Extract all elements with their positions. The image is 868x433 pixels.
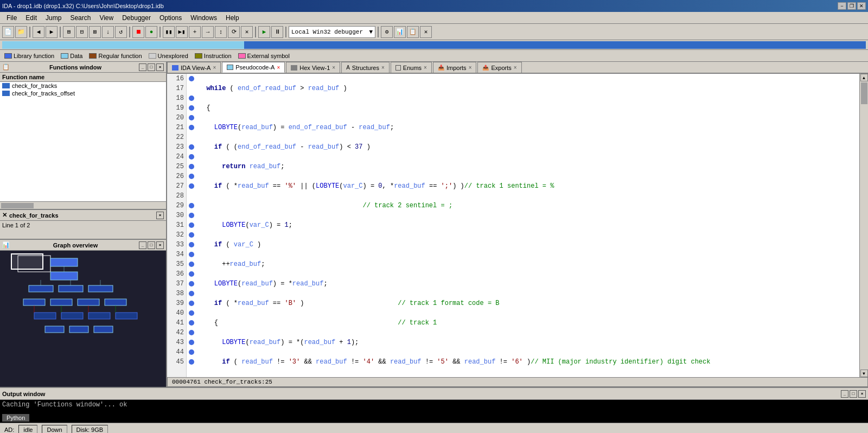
- xref-close-button[interactable]: ×: [156, 212, 164, 219]
- title-bar: IDA - drop1.idb (drop1.x32) C:\Users\Joh…: [0, 0, 868, 12]
- scrollbar-thumb[interactable]: [861, 82, 867, 104]
- tab-ida-close[interactable]: ×: [213, 65, 216, 71]
- tb-play-button[interactable]: ▶: [258, 26, 270, 38]
- tb-btn8[interactable]: ▮▮: [163, 26, 175, 38]
- tb-btn18[interactable]: ✕: [420, 26, 432, 38]
- tab-pseudo-close[interactable]: ×: [277, 65, 280, 71]
- graph-viewport[interactable]: [11, 253, 43, 270]
- legend-instruction-color: [195, 53, 202, 59]
- h-scrollbar-thumb[interactable]: [1, 203, 34, 208]
- menu-jump[interactable]: Jump: [41, 13, 66, 23]
- graph-overview: 📊 Graph overview _ □ ×: [0, 240, 166, 387]
- functions-window-float[interactable]: □: [148, 63, 155, 71]
- line-numbers: 1617181920 2122232425 2627282930 3132333…: [167, 74, 187, 377]
- tab-exports[interactable]: 📤 Exports ×: [477, 62, 521, 73]
- tab-hex-view-1[interactable]: Hex View-1 ×: [286, 62, 340, 73]
- tb-btn6[interactable]: ↓: [102, 26, 114, 38]
- tab-imports-close[interactable]: ×: [469, 65, 472, 71]
- menu-help[interactable]: Help: [221, 13, 244, 23]
- tb-btn11[interactable]: →: [202, 26, 214, 38]
- output-minimize[interactable]: _: [841, 390, 848, 398]
- tab-structures[interactable]: A Structures ×: [341, 62, 390, 73]
- minimize-button[interactable]: −: [838, 2, 846, 10]
- legend-instruction-label: Instruction: [204, 53, 232, 59]
- tb-btn14[interactable]: ✕: [241, 26, 253, 38]
- tb-btn17[interactable]: 📋: [407, 26, 419, 38]
- code-line-28: { // track 1: [199, 318, 857, 328]
- tb-sep-1: [29, 27, 30, 37]
- menu-windows[interactable]: Windows: [186, 13, 221, 23]
- functions-window-close[interactable]: ×: [156, 63, 164, 71]
- legend-library-label: Library function: [14, 53, 54, 59]
- graph-close[interactable]: ×: [156, 241, 164, 249]
- tab-imports-label: Imports: [446, 65, 467, 71]
- tab-enums-close[interactable]: ×: [424, 65, 427, 71]
- tb-btn16[interactable]: 📊: [394, 26, 406, 38]
- graph-float[interactable]: □: [148, 241, 155, 249]
- tb-btn4[interactable]: ⊟: [76, 26, 88, 38]
- output-controls: _ □ ×: [841, 390, 866, 398]
- menu-edit[interactable]: Edit: [21, 13, 41, 23]
- tb-btn12[interactable]: ↕: [215, 26, 227, 38]
- legend-unexplored-label: Unexplored: [158, 53, 188, 59]
- close-button[interactable]: ✕: [857, 2, 866, 10]
- tab-hex-close[interactable]: ×: [332, 65, 335, 71]
- tb-sep-5: [255, 27, 256, 37]
- graph-minimize[interactable]: _: [139, 241, 146, 249]
- tb-btn13[interactable]: ⟳: [228, 26, 240, 38]
- python-tab[interactable]: Python: [2, 414, 29, 422]
- legend-regular-function: Regular function: [89, 53, 142, 59]
- menu-file[interactable]: File: [2, 13, 21, 23]
- tb-btn5[interactable]: ⊠: [89, 26, 101, 38]
- xref-close-icon[interactable]: ✕: [2, 212, 7, 219]
- tab-pseudocode-a[interactable]: Pseudocode-A ×: [222, 62, 285, 73]
- function-item-check-for-tracks[interactable]: check_for_tracks: [0, 82, 166, 90]
- code-text[interactable]: while ( end_of_read_buf > read_buf ) { L…: [196, 74, 859, 377]
- tab-ida-view-a[interactable]: IDA View-A ×: [167, 62, 221, 73]
- menu-debugger[interactable]: Debugger: [118, 13, 155, 23]
- tb-forward-button[interactable]: ▶: [46, 26, 58, 38]
- code-line-26: LOBYTE(read_buf) = *read_buf;: [199, 279, 857, 289]
- tb-btn7[interactable]: ↺: [115, 26, 127, 38]
- legend-data-color: [61, 53, 68, 59]
- tb-run-button[interactable]: ●: [145, 26, 157, 38]
- progress-area: [0, 40, 868, 50]
- menu-view[interactable]: View: [95, 13, 118, 23]
- menu-options[interactable]: Options: [155, 13, 186, 23]
- tb-btn15[interactable]: ⚙: [381, 26, 393, 38]
- xref-line-info: Line 1 of 2: [2, 222, 30, 228]
- tb-btn3[interactable]: ⊞: [63, 26, 75, 38]
- svg-rect-7: [50, 299, 72, 305]
- tb-new-button[interactable]: 📄: [2, 26, 14, 38]
- code-line-29: LOBYTE(read_buf) = *(read_buf + 1);: [199, 338, 857, 347]
- code-area[interactable]: 1617181920 2122232425 2627282930 3132333…: [167, 74, 868, 377]
- tab-exports-close[interactable]: ×: [514, 65, 517, 71]
- tb-stop-button[interactable]: ⏹: [132, 26, 144, 38]
- toolbar: 📄 📁 ◀ ▶ ⊞ ⊟ ⊠ ↓ ↺ ⏹ ● ▮▮ ▶▮ + → ↕ ⟳ ✕ ▶ …: [0, 24, 868, 40]
- functions-list[interactable]: check_for_tracks check_for_tracks_offset: [0, 82, 166, 201]
- svg-rect-3: [29, 285, 53, 292]
- scrollbar-up-arrow[interactable]: ▲: [860, 74, 868, 81]
- output-close[interactable]: ×: [858, 390, 866, 398]
- debugger-dropdown[interactable]: Local Win32 debugger ▼: [289, 26, 375, 38]
- scrollbar-down-arrow[interactable]: ▼: [860, 370, 868, 377]
- menu-search[interactable]: Search: [66, 13, 95, 23]
- tb-back-button[interactable]: ◀: [33, 26, 44, 38]
- tb-btn10[interactable]: +: [189, 26, 201, 38]
- output-float[interactable]: □: [850, 390, 857, 398]
- right-scrollbar[interactable]: ▲ ▼: [859, 74, 868, 377]
- restore-button[interactable]: ❐: [847, 2, 856, 10]
- tb-open-button[interactable]: 📁: [15, 26, 27, 38]
- tab-imports[interactable]: 📥 Imports ×: [433, 62, 477, 73]
- tb-btn9[interactable]: ▶▮: [176, 26, 188, 38]
- tab-pseudo-label: Pseudocode-A: [235, 64, 275, 71]
- functions-window-minimize[interactable]: _: [139, 63, 146, 71]
- function-item-check-for-tracks-offset[interactable]: check_for_tracks_offset: [0, 90, 166, 97]
- functions-scrollbar-h[interactable]: [0, 201, 166, 209]
- svg-rect-15: [69, 326, 88, 333]
- svg-rect-11: [61, 313, 83, 319]
- xref-content: Line 1 of 2: [0, 221, 166, 230]
- tab-enums[interactable]: Enums ×: [391, 62, 432, 73]
- tab-structures-close[interactable]: ×: [381, 65, 385, 71]
- tb-pause-button[interactable]: ⏸: [271, 26, 283, 38]
